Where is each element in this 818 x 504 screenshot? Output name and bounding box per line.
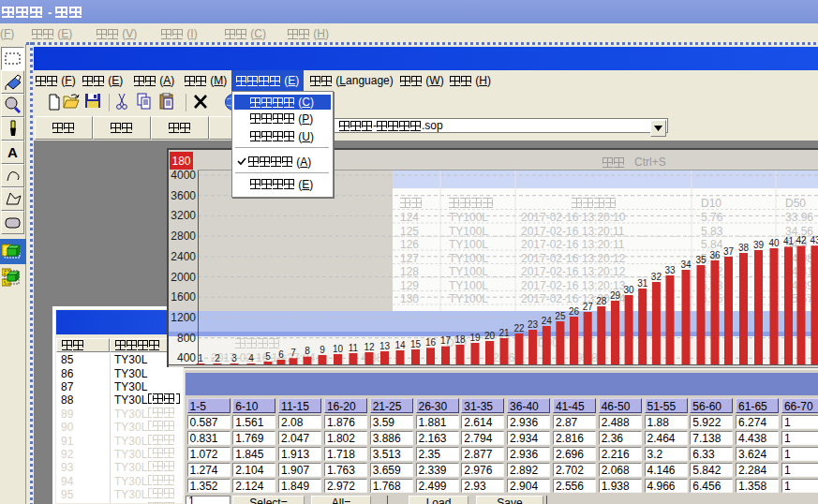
svg-text:17: 17 [440,335,452,346]
svg-text:130: 130 [400,292,419,305]
svg-text:129: 129 [400,279,419,292]
svg-text:20: 20 [484,331,496,341]
svg-text:42: 42 [796,235,807,245]
svg-text:2400: 2400 [171,250,196,263]
svg-text:400: 400 [177,351,196,364]
svg-text:2017-02-16 13:27:04: 2017-02-16 13:27:04 [211,351,316,364]
svg-text:3200: 3200 [171,209,196,222]
svg-text:33.96: 33.96 [785,211,813,224]
svg-text:2: 2 [215,353,220,363]
svg-text:2017-02-16 13:20:10: 2017-02-16 13:20:10 [521,211,626,224]
svg-text:32: 32 [651,272,662,282]
svg-text:24: 24 [542,316,553,326]
svg-text:5: 5 [265,351,271,362]
svg-text:2017-02-16 13:20:11: 2017-02-16 13:20:11 [521,238,625,251]
svg-text:10: 10 [333,344,344,354]
svg-text:22: 22 [513,323,525,334]
svg-text:1: 1 [198,353,203,363]
svg-text:27: 27 [583,302,594,312]
svg-text:34: 34 [680,259,692,270]
svg-text:128: 128 [400,265,419,278]
svg-text:12: 12 [364,342,375,352]
svg-text:5.76: 5.76 [701,211,723,224]
svg-text:TY100L: TY100L [449,238,488,251]
svg-text:4000: 4000 [171,169,196,182]
svg-text:21: 21 [498,328,510,338]
svg-text:23: 23 [528,319,539,330]
svg-text:41: 41 [783,236,795,246]
svg-text:2017-02-16 13:20:12: 2017-02-16 13:20:12 [521,252,626,265]
svg-text:19: 19 [469,333,481,343]
svg-text:TY100L: TY100L [449,292,488,305]
svg-text:33: 33 [664,265,676,275]
svg-text:2800: 2800 [171,230,196,243]
svg-text:39: 39 [753,240,765,250]
svg-text:16: 16 [425,337,437,348]
svg-text:2017-02-16 13:20:12: 2017-02-16 13:20:12 [521,265,626,278]
svg-text:6: 6 [278,349,284,360]
svg-text:26: 26 [569,306,580,317]
svg-text:D50: D50 [785,197,806,210]
svg-text:37: 37 [723,246,735,257]
svg-text:35: 35 [695,255,706,265]
svg-text:11: 11 [349,343,359,353]
svg-text:18: 18 [454,334,466,345]
svg-text:38: 38 [738,243,750,253]
svg-text:TY100L: TY100L [449,252,488,265]
svg-text:31: 31 [637,278,648,289]
svg-text:8: 8 [305,346,310,356]
svg-text:15: 15 [410,339,422,349]
svg-text:36: 36 [709,250,721,260]
svg-text:1200: 1200 [171,311,196,324]
svg-text:4: 4 [248,353,254,363]
svg-text:29: 29 [610,290,621,301]
svg-text:3: 3 [231,353,237,363]
svg-text:25: 25 [555,311,566,321]
svg-text:30: 30 [624,285,635,295]
svg-text:127: 127 [400,252,419,265]
svg-text:1600: 1600 [171,290,196,304]
svg-text:13: 13 [379,341,391,351]
svg-text:43: 43 [810,235,818,245]
svg-text:125: 125 [400,225,419,238]
svg-text:5.83: 5.83 [701,225,723,238]
svg-text:126: 126 [400,238,419,251]
svg-text:124: 124 [400,211,419,224]
svg-text:14: 14 [394,340,406,350]
svg-text:9: 9 [320,345,325,355]
svg-text:D10: D10 [701,197,721,210]
svg-text:3600: 3600 [171,189,196,202]
svg-text:TY100L: TY100L [449,211,488,224]
svg-text:TY100L: TY100L [449,225,488,238]
svg-text:2000: 2000 [171,271,196,284]
svg-text:7: 7 [290,348,296,358]
svg-text:TY100L: TY100L [449,265,488,278]
svg-text:2017-02-16 13:20:11: 2017-02-16 13:20:11 [521,225,625,238]
svg-text:TY100L: TY100L [449,279,488,292]
svg-text:40: 40 [768,238,780,248]
svg-text:800: 800 [177,332,196,345]
svg-text:28: 28 [596,296,607,306]
